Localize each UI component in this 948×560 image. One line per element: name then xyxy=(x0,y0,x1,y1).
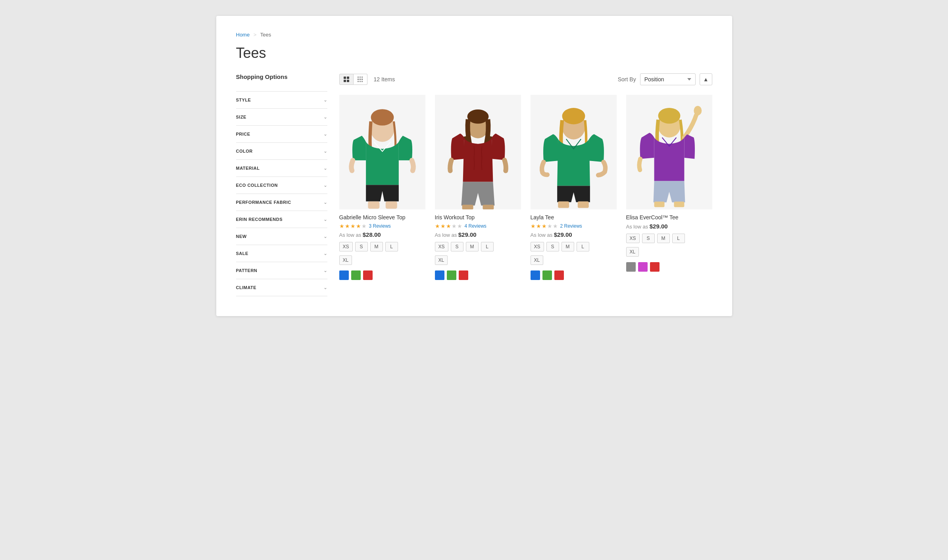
filter-item-erin-recommends[interactable]: ERIN RECOMMENDS ⌄ xyxy=(236,211,327,228)
color-swatch-2[interactable] xyxy=(650,262,660,272)
color-swatch-1[interactable] xyxy=(638,262,648,272)
color-swatches xyxy=(435,270,521,280)
product-name[interactable]: Iris Workout Top xyxy=(435,214,521,221)
product-name[interactable]: Elisa EverCool™ Tee xyxy=(626,214,712,221)
size-btn-xl[interactable]: XL xyxy=(531,255,544,265)
reviews-link[interactable]: 3 Reviews xyxy=(369,223,391,229)
size-btn-xl[interactable]: XL xyxy=(435,255,448,265)
sort-direction-button[interactable]: ▲ xyxy=(700,73,712,85)
star-rating: ★★★★★ xyxy=(435,223,462,229)
filter-item-material[interactable]: MATERIAL ⌄ xyxy=(236,159,327,176)
filter-item-pattern[interactable]: PATTERN ⌄ xyxy=(236,262,327,279)
product-card[interactable]: Iris Workout Top ★★★★★4 Reviews As low a… xyxy=(435,95,521,280)
filter-label-color: COLOR xyxy=(236,149,253,153)
product-card[interactable]: Layla Tee ★★★★★2 Reviews As low as $29.0… xyxy=(531,95,617,280)
size-btn-xs[interactable]: XS xyxy=(531,242,544,251)
star-1: ★ xyxy=(339,223,344,229)
grid-view-4-button[interactable] xyxy=(339,74,354,85)
color-swatch-0[interactable] xyxy=(531,270,540,280)
filter-item-size[interactable]: SIZE ⌄ xyxy=(236,108,327,125)
size-btn-l[interactable]: L xyxy=(481,242,494,251)
size-btn-m[interactable]: M xyxy=(370,242,383,251)
item-count: 12 Items xyxy=(374,76,395,82)
chevron-icon-sale: ⌄ xyxy=(323,251,327,256)
svg-point-13 xyxy=(658,108,680,124)
size-btn-m[interactable]: M xyxy=(466,242,479,251)
filter-label-pattern: PATTERN xyxy=(236,268,258,273)
svg-rect-3 xyxy=(385,201,397,209)
size-btn-l[interactable]: L xyxy=(672,234,685,243)
filter-item-eco-collection[interactable]: ECO COLLECTION ⌄ xyxy=(236,176,327,194)
grid-view-3-button[interactable] xyxy=(354,74,367,85)
product-card[interactable]: Gabrielle Micro Sleeve Top ★★★★★3 Review… xyxy=(339,95,425,280)
breadcrumb-current: Tees xyxy=(260,32,271,38)
chevron-icon-new: ⌄ xyxy=(323,234,327,239)
size-btn-xs[interactable]: XS xyxy=(626,234,640,243)
color-swatch-0[interactable] xyxy=(435,270,444,280)
color-swatches xyxy=(339,270,425,280)
product-image[interactable] xyxy=(435,95,521,209)
size-btn-xs[interactable]: XS xyxy=(435,242,448,251)
filter-item-style[interactable]: STYLE ⌄ xyxy=(236,91,327,108)
filter-item-new[interactable]: NEW ⌄ xyxy=(236,228,327,245)
star-2: ★ xyxy=(440,223,446,229)
color-swatch-2[interactable] xyxy=(554,270,564,280)
size-btn-xl[interactable]: XL xyxy=(339,255,352,265)
reviews-link[interactable]: 4 Reviews xyxy=(465,223,486,229)
chevron-icon-color: ⌄ xyxy=(323,148,327,154)
products-grid: Gabrielle Micro Sleeve Top ★★★★★3 Review… xyxy=(339,95,712,280)
product-image[interactable] xyxy=(626,95,712,209)
size-btn-l[interactable]: L xyxy=(577,242,589,251)
filter-item-climate[interactable]: CLIMATE ⌄ xyxy=(236,279,327,296)
price-line: As low as $28.00 xyxy=(339,231,425,238)
sort-select[interactable]: Position Product Name Price xyxy=(640,73,696,85)
size-btn-s[interactable]: S xyxy=(451,242,463,251)
product-name[interactable]: Layla Tee xyxy=(531,214,617,221)
size-btn-m[interactable]: M xyxy=(657,234,670,243)
size-options: XSSML xyxy=(339,242,425,251)
product-name[interactable]: Gabrielle Micro Sleeve Top xyxy=(339,214,425,221)
price-line: As low as $29.00 xyxy=(435,231,521,238)
chevron-icon-eco-collection: ⌄ xyxy=(323,182,327,188)
grid-4-icon xyxy=(344,77,349,82)
chevron-icon-climate: ⌄ xyxy=(323,285,327,290)
size-options-row2: XL xyxy=(531,255,617,265)
svg-point-14 xyxy=(694,106,702,115)
product-card[interactable]: Elisa EverCool™ Tee As low as $29.00 XSS… xyxy=(626,95,712,280)
filter-item-performance-fabric[interactable]: PERFORMANCE FABRIC ⌄ xyxy=(236,194,327,211)
filter-item-sale[interactable]: SALE ⌄ xyxy=(236,245,327,262)
star-2: ★ xyxy=(345,223,350,229)
svg-point-5 xyxy=(467,109,488,124)
toolbar: 12 Items Sort By Position Product Name P… xyxy=(339,73,712,85)
color-swatch-0[interactable] xyxy=(339,270,349,280)
filter-item-color[interactable]: COLOR ⌄ xyxy=(236,142,327,159)
chevron-icon-material: ⌄ xyxy=(323,165,327,171)
color-swatch-1[interactable] xyxy=(542,270,552,280)
size-btn-s[interactable]: S xyxy=(546,242,559,251)
filter-item-price[interactable]: PRICE ⌄ xyxy=(236,125,327,142)
reviews-link[interactable]: 2 Reviews xyxy=(560,223,582,229)
size-btn-l[interactable]: L xyxy=(385,242,398,251)
size-btn-s[interactable]: S xyxy=(355,242,368,251)
size-btn-xs[interactable]: XS xyxy=(339,242,353,251)
breadcrumb-home[interactable]: Home xyxy=(236,32,250,38)
svg-rect-16 xyxy=(674,201,684,207)
product-image[interactable] xyxy=(339,95,425,209)
page-title: Tees xyxy=(236,45,712,61)
filter-label-price: PRICE xyxy=(236,132,250,136)
filter-label-style: STYLE xyxy=(236,98,251,102)
size-options: XSSML xyxy=(435,242,521,251)
color-swatch-2[interactable] xyxy=(459,270,468,280)
size-options: XSSML xyxy=(626,234,712,243)
size-btn-xl[interactable]: XL xyxy=(626,247,639,257)
product-image[interactable] xyxy=(531,95,617,209)
color-swatch-2[interactable] xyxy=(363,270,373,280)
color-swatch-1[interactable] xyxy=(351,270,361,280)
filter-list: STYLE ⌄ SIZE ⌄ PRICE ⌄ COLOR ⌄ MATERIAL … xyxy=(236,91,327,296)
color-swatch-0[interactable] xyxy=(626,262,636,272)
size-btn-m[interactable]: M xyxy=(561,242,574,251)
svg-rect-6 xyxy=(462,205,473,209)
color-swatch-1[interactable] xyxy=(447,270,456,280)
size-btn-s[interactable]: S xyxy=(642,234,655,243)
breadcrumb: Home > Tees xyxy=(236,32,712,38)
